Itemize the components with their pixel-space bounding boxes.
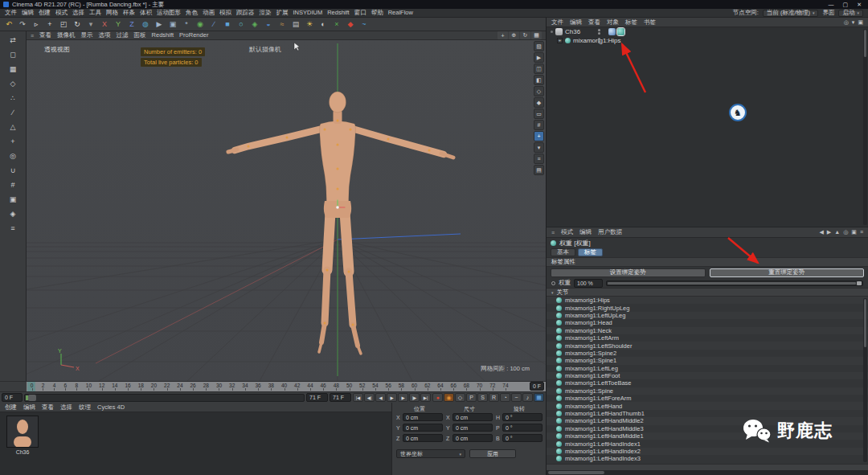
simulate-icon[interactable]: ≈: [276, 18, 289, 31]
make-editable-icon[interactable]: ⇄: [6, 34, 20, 47]
expand-icon[interactable]: +: [557, 38, 563, 43]
object-tree-scrollbar[interactable]: [863, 29, 867, 225]
joint-list-item[interactable]: mixamorig1:Hips: [547, 297, 868, 304]
range-end-field-1[interactable]: 71 F: [306, 393, 328, 402]
render-region-icon[interactable]: ▧: [534, 41, 544, 51]
joint-list-item[interactable]: mixamorig1:LeftHand: [547, 402, 868, 409]
node-space-dropdown[interactable]: 当前 (标准/物理): [763, 10, 819, 17]
sound-toggle-icon[interactable]: ♪: [522, 393, 533, 402]
joint-list-item[interactable]: mixamorig1:Head: [547, 319, 868, 326]
volume-icon[interactable]: ◒: [262, 18, 275, 31]
joint-list-item[interactable]: mixamorig1:LeftFoot: [547, 372, 868, 379]
edges-mode-icon[interactable]: ∕: [6, 106, 20, 119]
menu-item[interactable]: 模拟: [219, 9, 231, 17]
joint-list-scrollbar[interactable]: [863, 298, 867, 462]
y-axis-lock-icon[interactable]: Y: [112, 18, 125, 31]
redshift-icon[interactable]: ◆: [344, 18, 357, 31]
coordinate-space-dropdown[interactable]: 世界坐标: [396, 449, 465, 458]
menu-item[interactable]: 样条: [123, 9, 135, 17]
om-lock-icon[interactable]: ▣: [858, 19, 863, 26]
position-column-header[interactable]: 位置: [396, 405, 443, 412]
menu-item[interactable]: 标签: [625, 18, 637, 27]
am-up-icon[interactable]: ▲: [834, 229, 840, 235]
menu-item[interactable]: 书签: [644, 18, 656, 27]
object-row-hips[interactable]: + mixamorig1:Hips: [547, 36, 868, 45]
menu-item[interactable]: 帮助: [371, 9, 383, 17]
axis-toggle-icon[interactable]: +: [534, 131, 544, 141]
menu-item[interactable]: 创建: [5, 403, 17, 412]
play-icon[interactable]: ▶: [387, 393, 397, 402]
menu-item[interactable]: 编辑: [23, 403, 35, 412]
wireframe-icon[interactable]: ◇: [534, 86, 544, 96]
menu-item[interactable]: 摄像机: [57, 31, 76, 39]
attribute-menu-icon[interactable]: ≡: [551, 230, 555, 235]
menu-item[interactable]: 跟踪器: [236, 9, 255, 17]
tab-tag[interactable]: 标签: [578, 248, 603, 256]
pen-spline-icon[interactable]: ∕: [207, 18, 220, 31]
rotation-column-header[interactable]: 旋转: [496, 405, 542, 412]
menu-item[interactable]: Redshift: [152, 31, 174, 39]
grid-toggle-icon[interactable]: #: [534, 120, 544, 130]
minimize-button[interactable]: —: [829, 2, 834, 8]
joint-list-item[interactable]: mixamorig1:Spine1: [547, 357, 868, 364]
record-scale-icon[interactable]: S: [477, 393, 488, 402]
position-field[interactable]: 0 cm: [403, 434, 443, 442]
am-lock-icon[interactable]: ▣: [851, 229, 857, 235]
view-settings-icon[interactable]: ≡: [534, 154, 544, 164]
joint-list-item[interactable]: mixamorig1:LeftHandIndex3: [547, 455, 868, 462]
weight-value-field[interactable]: 100 %: [574, 279, 603, 288]
joint-list-item[interactable]: mixamorig1:Neck: [547, 327, 868, 334]
joint-list-item[interactable]: mixamorig1:LeftToeBase: [547, 379, 868, 387]
render-settings-icon[interactable]: *: [180, 18, 193, 31]
joint-list-item[interactable]: mixamorig1:LeftLeg: [547, 365, 868, 372]
menu-item[interactable]: 编辑: [22, 9, 34, 17]
am-forward-icon[interactable]: ▶: [827, 229, 831, 235]
joint-list-item[interactable]: mixamorig1:LeftUpLeg: [547, 312, 868, 319]
weight-slider[interactable]: [606, 280, 863, 286]
am-back-icon[interactable]: ◀: [819, 229, 823, 235]
size-field[interactable]: 0 cm: [452, 413, 493, 421]
menu-item[interactable]: 模式: [55, 9, 68, 17]
record-pla-icon[interactable]: ~: [511, 393, 522, 402]
model-mode-icon[interactable]: ◻: [6, 48, 20, 61]
primitive-cube-icon[interactable]: ■: [221, 18, 234, 31]
om-search-icon[interactable]: ◎: [844, 19, 849, 26]
timeline-ruler[interactable]: 0246810121416182022242628303234363840424…: [27, 381, 546, 391]
filter-toggle-icon[interactable]: ▾: [534, 142, 544, 153]
close-button[interactable]: ✕: [857, 2, 862, 8]
rotate-tool-icon[interactable]: ↻: [71, 18, 84, 31]
joint-list-item[interactable]: mixamorig1:LeftForeArm: [547, 395, 868, 402]
realflow-icon[interactable]: ~: [358, 18, 371, 31]
menu-item[interactable]: 对象: [607, 18, 619, 27]
attribute-hscrollbar[interactable]: [547, 470, 868, 475]
weight-tag-icon[interactable]: [617, 28, 624, 35]
joint-list-item[interactable]: mixamorig1:Spine2: [547, 350, 868, 357]
menu-item[interactable]: 查看: [42, 403, 54, 412]
shading-icon[interactable]: ◆: [534, 97, 544, 108]
record-position-icon[interactable]: P: [466, 393, 477, 402]
hud-toggle-icon[interactable]: ▤: [534, 165, 544, 175]
menu-item[interactable]: 创建: [39, 9, 51, 17]
record-rotation-icon[interactable]: R: [489, 393, 499, 402]
maximize-button[interactable]: ▢: [843, 2, 849, 8]
material-name-label[interactable]: Ch36: [6, 449, 39, 455]
redo-icon[interactable]: ↷: [16, 18, 29, 31]
zoom-view-icon[interactable]: ⊕: [509, 31, 519, 39]
rotation-field[interactable]: 0 °: [502, 434, 542, 442]
size-field[interactable]: 0 cm: [452, 434, 493, 442]
next-frame-icon[interactable]: ▶: [398, 393, 408, 402]
pan-view-icon[interactable]: +: [497, 31, 508, 39]
visibility-dots[interactable]: [598, 38, 600, 43]
light-icon[interactable]: ☀: [303, 18, 316, 31]
prev-key-icon[interactable]: ◀|: [364, 393, 375, 402]
menu-item[interactable]: 运动图形: [157, 9, 181, 17]
record-parameter-icon[interactable]: ◔: [500, 393, 510, 402]
menu-item[interactable]: 文件: [5, 9, 17, 17]
object-row-ch36[interactable]: Ch36: [547, 27, 868, 36]
menu-item[interactable]: 角色: [186, 9, 198, 17]
material-thumbnail[interactable]: [6, 416, 39, 448]
menu-item[interactable]: RealFlow: [388, 9, 413, 17]
menu-item[interactable]: 体积: [140, 9, 152, 17]
current-frame-field[interactable]: 0 F: [2, 393, 23, 402]
menu-item[interactable]: 面板: [134, 31, 146, 39]
